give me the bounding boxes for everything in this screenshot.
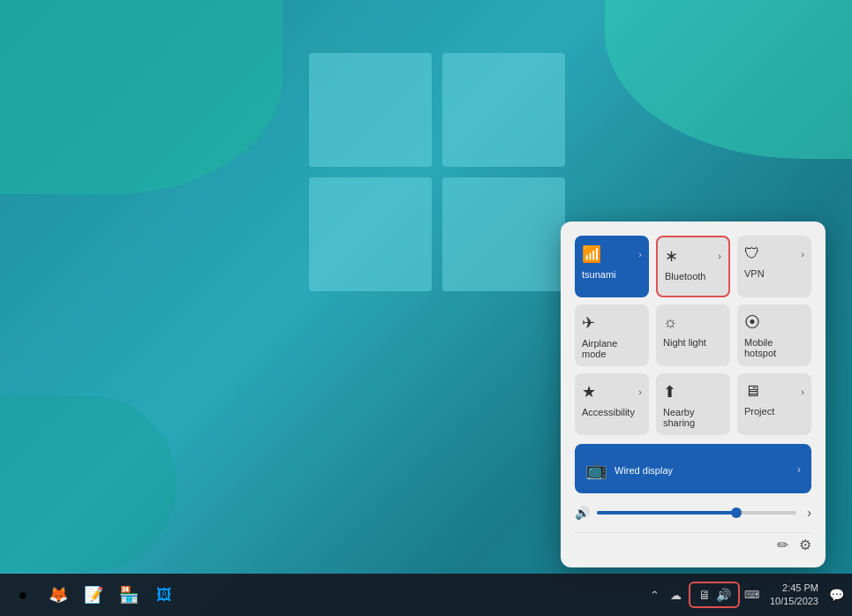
wifi-label: tsunami: [582, 269, 616, 280]
tray-onedrive[interactable]: ☁: [667, 586, 685, 604]
vpn-arrow: ›: [801, 249, 804, 259]
volume-row: 🔊 ›: [575, 502, 811, 523]
project-toggle[interactable]: 🖥 › Project: [737, 373, 811, 435]
tray-volume-tray-icon: 🔊: [715, 586, 733, 604]
bluetooth-toggle[interactable]: ∗ › Bluetooth: [656, 236, 730, 297]
edit-icon[interactable]: ✏: [777, 537, 788, 553]
taskbar-notes[interactable]: 📝: [78, 579, 109, 611]
quick-settings-panel: 📶 › tsunami ∗ › Bluetooth 🛡 › VPN: [561, 222, 826, 567]
tray-network-group[interactable]: 🖥 🔊: [689, 582, 740, 608]
volume-expand-arrow[interactable]: ›: [807, 506, 811, 520]
nearby-label: Nearby sharing: [663, 407, 723, 428]
hotspot-toggle[interactable]: ⦿ Mobile hotspot: [737, 304, 811, 366]
accessibility-toggle[interactable]: ★ › Accessibility: [575, 373, 649, 435]
win-tile-2: [442, 53, 565, 167]
wired-display-arrow: ›: [797, 463, 801, 476]
tray-notifications[interactable]: 💬: [827, 586, 845, 604]
settings-icon[interactable]: ⚙: [799, 537, 811, 553]
hotspot-label: Mobile hotspot: [744, 337, 804, 358]
taskbar-date-display: 10/15/2023: [770, 595, 818, 608]
win-tile-1: [309, 53, 432, 167]
accessibility-label: Accessibility: [582, 407, 635, 417]
airplane-icon: ✈: [582, 313, 595, 333]
bg-blob-bottomleft: [0, 395, 177, 572]
accessibility-arrow: ›: [638, 387, 642, 397]
desktop: 📶 › tsunami ∗ › Bluetooth 🛡 › VPN: [0, 0, 852, 616]
volume-fill: [597, 511, 736, 515]
bluetooth-label: Bluetooth: [665, 271, 705, 282]
taskbar-firefox[interactable]: 🦊: [42, 579, 74, 611]
project-arrow: ›: [801, 387, 804, 397]
airplane-label: Airplane mode: [582, 338, 642, 359]
vpn-label: VPN: [744, 268, 765, 279]
accessibility-icon: ★: [582, 382, 596, 402]
vpn-icon: 🛡: [744, 244, 760, 263]
win-tile-4: [442, 177, 565, 291]
volume-thumb: [731, 507, 742, 518]
taskbar-chrome[interactable]: ●: [7, 579, 39, 611]
volume-icon: 🔊: [575, 506, 590, 520]
wired-display-label: Wired display: [614, 465, 673, 476]
taskbar-store[interactable]: 🏪: [113, 579, 145, 611]
taskbar: ● 🦊 📝 🏪 🖼 ⌃ ☁: [0, 574, 852, 616]
bg-blob-topleft: [0, 0, 283, 194]
wifi-toggle[interactable]: 📶 › tsunami: [575, 236, 649, 297]
nightlight-icon: ☼: [663, 313, 678, 332]
tray-network-icon: 🖥: [696, 586, 713, 604]
taskbar-time-display: 2:45 PM: [782, 582, 818, 595]
project-icon: 🖥: [744, 382, 760, 401]
volume-slider[interactable]: [597, 511, 796, 515]
panel-bottom: ✏ ⚙: [575, 532, 811, 553]
wifi-arrow: ›: [638, 249, 642, 259]
nightlight-toggle[interactable]: ☼ Night light: [656, 304, 730, 366]
nightlight-label: Night light: [663, 337, 706, 348]
wired-display-toggle[interactable]: 📺 Wired display ›: [575, 444, 811, 493]
taskbar-left: ● 🦊 📝 🏪 🖼: [7, 579, 180, 611]
vpn-toggle[interactable]: 🛡 › VPN: [737, 236, 811, 297]
nearby-sharing-toggle[interactable]: ⬆ Nearby sharing: [656, 373, 730, 435]
tray-chevron[interactable]: ⌃: [646, 586, 664, 604]
nearby-icon: ⬆: [663, 382, 676, 402]
win-tile-3: [309, 177, 432, 291]
hotspot-icon: ⦿: [744, 313, 760, 332]
taskbar-clock[interactable]: 2:45 PM 10/15/2023: [765, 582, 824, 609]
taskbar-photos[interactable]: 🖼: [148, 579, 180, 611]
bg-blob-topright: [605, 0, 852, 159]
windows-logo: [309, 53, 565, 291]
toggles-grid: 📶 › tsunami ∗ › Bluetooth 🛡 › VPN: [575, 236, 811, 435]
wifi-icon: 📶: [582, 244, 601, 264]
project-label: Project: [744, 406, 774, 417]
tray-keyboard[interactable]: ⌨: [743, 586, 761, 604]
wired-display-icon: 📺: [585, 459, 607, 480]
airplane-toggle[interactable]: ✈ Airplane mode: [575, 304, 649, 366]
taskbar-right: ⌃ ☁ 🖥 🔊 ⌨ 2:45 PM 10/15/2023 💬: [646, 582, 845, 609]
bluetooth-arrow: ›: [718, 251, 721, 261]
bluetooth-icon: ∗: [665, 246, 678, 266]
